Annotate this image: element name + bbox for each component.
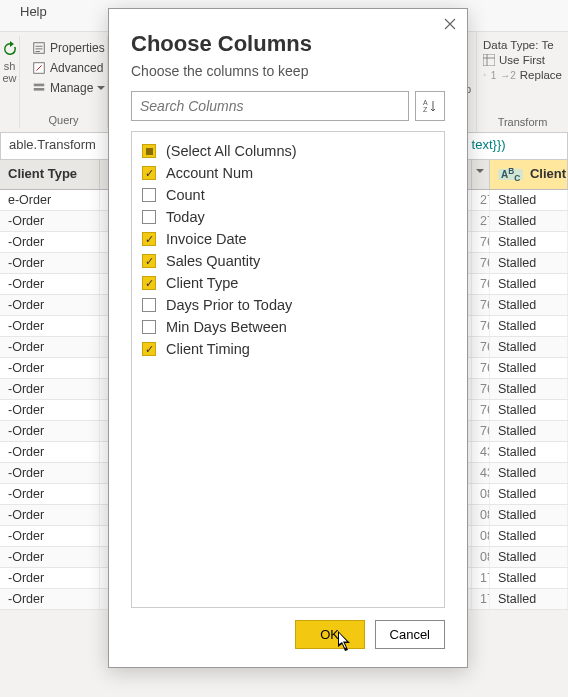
column-label: Account Num	[166, 165, 253, 181]
cell-client-type: -Order	[0, 337, 100, 357]
cell-client-type: -Order	[0, 358, 100, 378]
column-checkbox-item[interactable]: Days Prior to Today	[142, 294, 434, 316]
svg-text:Z: Z	[423, 106, 428, 113]
cell-client-type: -Order	[0, 589, 100, 609]
cell-num: 76	[472, 400, 490, 420]
cell-client-type: -Order	[0, 232, 100, 252]
cell-client-timing: Stalled	[490, 589, 568, 609]
properties-button[interactable]: Properties	[28, 39, 109, 57]
refresh-button-fragment[interactable]	[0, 39, 22, 59]
cell-client-type: -Order	[0, 253, 100, 273]
advanced-editor-button[interactable]: Advanced	[28, 59, 107, 77]
cell-num: 76	[472, 358, 490, 378]
svg-rect-4	[483, 54, 495, 66]
search-columns-input[interactable]	[131, 91, 409, 121]
ok-button[interactable]: OK	[295, 620, 365, 649]
column-label: Today	[166, 209, 205, 225]
cell-client-type: -Order	[0, 400, 100, 420]
formula-text-right: text}})	[472, 137, 506, 152]
checkbox[interactable]	[142, 320, 156, 334]
dialog-title: Choose Columns	[109, 9, 467, 63]
column-header-client-type[interactable]: Client Type	[0, 160, 100, 189]
cell-client-type: -Order	[0, 379, 100, 399]
refresh-label-fragment: sh	[4, 60, 16, 72]
svg-rect-3	[34, 88, 45, 91]
cell-client-timing: Stalled	[490, 316, 568, 336]
checkbox[interactable]	[142, 342, 156, 356]
column-checkbox-item[interactable]: Min Days Between	[142, 316, 434, 338]
text-type-icon: ABC	[498, 169, 523, 180]
advanced-editor-icon	[32, 61, 46, 75]
replace-values-button[interactable]: 1→2 Replace	[483, 69, 562, 81]
cell-client-timing: Stalled	[490, 400, 568, 420]
cell-client-type: -Order	[0, 547, 100, 567]
cell-client-timing: Stalled	[490, 568, 568, 588]
column-label: Min Days Between	[166, 319, 287, 335]
cell-num: 08	[472, 505, 490, 525]
column-header-dropdown[interactable]	[472, 160, 490, 189]
sort-button[interactable]: AZ	[415, 91, 445, 121]
column-checkbox-item[interactable]: Account Num	[142, 162, 434, 184]
cancel-button[interactable]: Cancel	[375, 620, 445, 649]
checkbox[interactable]	[142, 232, 156, 246]
cell-client-timing: Stalled	[490, 337, 568, 357]
cell-client-type: -Order	[0, 295, 100, 315]
cell-client-type: -Order	[0, 505, 100, 525]
cell-client-timing: Stalled	[490, 505, 568, 525]
cell-num: 27	[472, 190, 490, 210]
use-first-row-button[interactable]: Use First	[483, 54, 562, 66]
help-menu[interactable]: Help	[20, 4, 47, 19]
cell-client-type: -Order	[0, 463, 100, 483]
cell-client-type: -Order	[0, 568, 100, 588]
cell-client-timing: Stalled	[490, 232, 568, 252]
checkbox[interactable]	[142, 144, 156, 158]
manage-button[interactable]: Manage	[28, 79, 109, 97]
cell-client-type: -Order	[0, 484, 100, 504]
column-checkbox-item[interactable]: Today	[142, 206, 434, 228]
column-label: Count	[166, 187, 205, 203]
column-checkbox-item[interactable]: Client Timing	[142, 338, 434, 360]
cell-client-type: -Order	[0, 421, 100, 441]
cell-num: 76	[472, 379, 490, 399]
checkbox[interactable]	[142, 254, 156, 268]
cell-client-timing: Stalled	[490, 253, 568, 273]
checkbox[interactable]	[142, 210, 156, 224]
query-group-label: Query	[49, 112, 79, 126]
dialog-subtitle: Choose the columns to keep	[109, 63, 467, 91]
cell-client-type: -Order	[0, 526, 100, 546]
transform-group-label: Transform	[477, 114, 568, 128]
choose-columns-dialog: Choose Columns Choose the columns to kee…	[108, 8, 468, 668]
cell-num: 76	[472, 316, 490, 336]
column-checkbox-item[interactable]: Invoice Date	[142, 228, 434, 250]
refresh-icon	[2, 41, 18, 57]
column-label: Sales Quantity	[166, 253, 260, 269]
column-label: Client Type	[166, 275, 238, 291]
checkbox[interactable]	[142, 188, 156, 202]
column-header-client-timing[interactable]: ABC Client Tim	[490, 160, 568, 189]
svg-text:A: A	[423, 99, 428, 106]
close-icon	[443, 17, 457, 31]
data-type-button[interactable]: Data Type: Te	[483, 39, 562, 51]
checkbox[interactable]	[142, 298, 156, 312]
checkbox[interactable]	[142, 276, 156, 290]
cell-num: 27	[472, 211, 490, 231]
ribbon-right-fragment: Data Type: Te Use First 1→2 Replace roup…	[476, 32, 568, 132]
cell-num: 08	[472, 526, 490, 546]
column-checkbox-item[interactable]: Sales Quantity	[142, 250, 434, 272]
cell-num: 76	[472, 253, 490, 273]
column-label: Invoice Date	[166, 231, 247, 247]
column-checkbox-item[interactable]: (Select All Columns)	[142, 140, 434, 162]
close-button[interactable]	[443, 17, 457, 34]
column-list: (Select All Columns)Account NumCountToda…	[131, 131, 445, 608]
cell-client-type: -Order	[0, 316, 100, 336]
cell-num: 08	[472, 484, 490, 504]
table-icon	[483, 54, 495, 66]
manage-icon	[32, 81, 46, 95]
column-checkbox-item[interactable]: Client Type	[142, 272, 434, 294]
column-checkbox-item[interactable]: Count	[142, 184, 434, 206]
cell-num: 76	[472, 274, 490, 294]
preview-label-fragment: ew	[2, 72, 16, 84]
cell-client-timing: Stalled	[490, 379, 568, 399]
cell-client-timing: Stalled	[490, 211, 568, 231]
checkbox[interactable]	[142, 166, 156, 180]
